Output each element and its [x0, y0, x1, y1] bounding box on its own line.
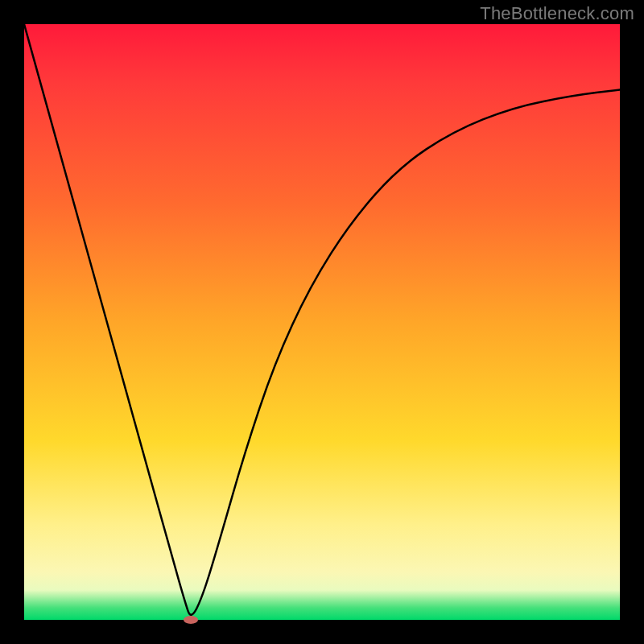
bottleneck-curve [24, 24, 620, 620]
chart-frame: TheBottleneck.com [0, 0, 644, 644]
plot-area [24, 24, 620, 620]
optimal-point-marker [184, 616, 198, 624]
watermark-text: TheBottleneck.com [480, 3, 634, 24]
